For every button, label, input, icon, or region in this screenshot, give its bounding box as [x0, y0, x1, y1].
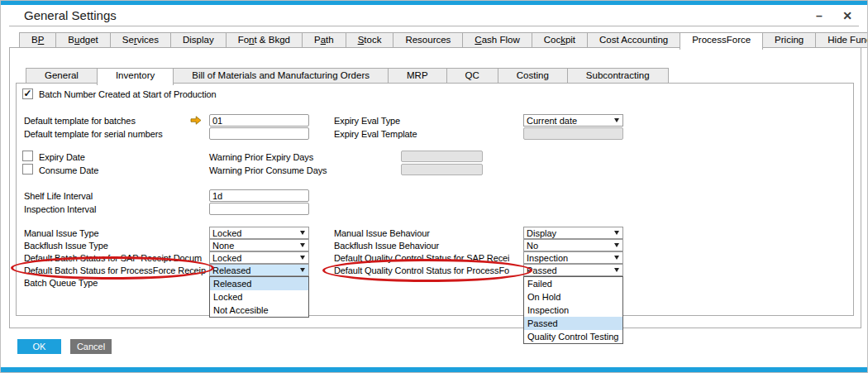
backflush-issue-behaviour-value: No [524, 241, 538, 251]
manual-issue-type-combo[interactable]: Locked [209, 227, 309, 239]
qc-status-option-inspection[interactable]: Inspection [524, 304, 622, 317]
backflush-issue-behaviour-combo[interactable]: No [523, 239, 623, 251]
chevron-down-icon [614, 256, 619, 260]
tab-bp[interactable]: BP [19, 32, 56, 48]
chevron-down-icon [300, 256, 305, 260]
backflush-issue-behaviour-label: Backflush Issue Behaviour [334, 241, 439, 251]
tab-display[interactable]: Display [170, 32, 227, 48]
bottom-accent-bar [1, 367, 867, 372]
general-settings-window: General Settings – ✕ BPBudgetServicesDis… [0, 0, 868, 373]
backflush-issue-type-value: None [210, 241, 234, 251]
default-qc-status-processforce-combo[interactable]: Passed [523, 264, 623, 276]
link-arrow-icon[interactable] [190, 116, 202, 125]
chevron-down-icon [614, 268, 619, 272]
backflush-issue-type-label: Backflush Issue Type [24, 241, 108, 251]
tab-budget[interactable]: Budget [55, 32, 110, 48]
tab-qc[interactable]: QC [446, 68, 498, 84]
inspection-interval-input[interactable] [209, 203, 309, 215]
tab-bill-of-materials-and-manufacturing-orders[interactable]: Bill of Materials and Manufacturing Orde… [173, 68, 389, 84]
warning-prior-consume-label: Warning Prior Consume Days [209, 165, 327, 175]
default-template-batches-label: Default template for batches [24, 116, 136, 126]
default-qc-status-sap-label: Default Quality Control Status for SAP R… [334, 253, 509, 263]
close-button[interactable]: ✕ [839, 7, 856, 24]
chevron-down-icon [614, 118, 619, 122]
minimize-button[interactable]: – [811, 7, 827, 24]
cancel-button[interactable]: Cancel [70, 339, 112, 354]
default-qc-status-sap-value: Inspection [524, 253, 568, 263]
tab-resources[interactable]: Resources [393, 32, 463, 48]
consume-date-label: Consume Date [39, 165, 98, 175]
batch-queue-type-label: Batch Queue Type [24, 278, 98, 288]
batch-number-created-label: Batch Number Created at Start of Product… [39, 89, 217, 99]
chevron-down-icon [300, 268, 305, 272]
default-template-serial-label: Default template for serial numbers [24, 129, 163, 139]
qc-status-option-quality-control-testing[interactable]: Quality Control Testing [524, 330, 622, 343]
expiry-eval-template-label: Expiry Eval Template [334, 129, 417, 139]
tab-pricing[interactable]: Pricing [762, 32, 816, 48]
default-template-batches-input[interactable] [209, 114, 309, 127]
expiry-eval-type-combo[interactable]: Current date [523, 114, 623, 127]
qc-status-dropdown-list: FailedOn HoldInspectionPassedQuality Con… [523, 276, 623, 344]
expiry-date-label: Expiry Date [39, 152, 85, 162]
tab-cash-flow[interactable]: Cash Flow [462, 32, 532, 48]
manual-issue-behaviour-combo[interactable]: Display [523, 227, 623, 239]
expiry-eval-type-value: Current date [524, 116, 577, 126]
inspection-interval-label: Inspection Interval [24, 204, 96, 214]
default-batch-status-processforce-label: Default Batch Status for ProcessForce Re… [24, 265, 206, 275]
expiry-date-checkbox[interactable] [22, 151, 33, 161]
chevron-down-icon [300, 243, 305, 247]
inner-tab-panel [16, 83, 854, 316]
chevron-down-icon [300, 231, 305, 235]
chevron-down-icon [614, 231, 619, 235]
tab-subcontracting[interactable]: Subcontracting [567, 68, 669, 84]
default-batch-status-processforce-value: Released [210, 265, 250, 275]
default-batch-status-sap-combo[interactable]: Locked [209, 251, 309, 264]
default-qc-status-sap-combo[interactable]: Inspection [523, 251, 623, 264]
default-qc-status-processforce-label: Default Quality Control Status for Proce… [334, 265, 509, 275]
qc-status-option-passed[interactable]: Passed [524, 317, 622, 330]
tab-hide-functions[interactable]: Hide Functions [815, 32, 868, 48]
default-template-serial-input[interactable] [209, 127, 309, 140]
checkmark-icon: ✓ [23, 89, 32, 98]
outer-tab-strip: BPBudgetServicesDisplayFont & BkgdPathSt… [19, 32, 868, 50]
manual-issue-type-label: Manual Issue Type [24, 228, 98, 238]
shelf-life-interval-input[interactable] [209, 189, 309, 202]
expiry-eval-template-input [523, 127, 623, 140]
batch-status-dropdown-list: ReleasedLockedNot Accesible [209, 276, 309, 318]
tab-services[interactable]: Services [110, 32, 171, 48]
warning-prior-expiry-label: Warning Prior Expiry Days [209, 152, 313, 162]
batch-status-option-locked[interactable]: Locked [210, 290, 308, 304]
consume-date-checkbox[interactable] [22, 164, 33, 175]
chevron-down-icon [614, 243, 619, 247]
qc-status-option-failed[interactable]: Failed [524, 277, 622, 290]
qc-status-option-on-hold[interactable]: On Hold [524, 290, 622, 304]
batch-status-option-not-accesible[interactable]: Not Accesible [210, 304, 308, 317]
default-batch-status-sap-label: Default Batch Status for SAP Receipt Doc… [24, 253, 202, 263]
tab-cost-accounting[interactable]: Cost Accounting [587, 32, 680, 48]
expiry-eval-type-label: Expiry Eval Type [334, 116, 400, 126]
shelf-life-interval-label: Shelf Life Interval [24, 191, 93, 201]
top-accent-bar [1, 1, 867, 5]
inner-tab-strip: GeneralInventoryBill of Materials and Ma… [26, 68, 669, 85]
batch-status-option-released[interactable]: Released [210, 277, 308, 290]
tab-costing[interactable]: Costing [498, 68, 568, 84]
window-title: General Settings [24, 8, 117, 22]
warning-prior-expiry-input [401, 151, 483, 162]
tab-stock[interactable]: Stock [346, 32, 394, 48]
tab-processforce[interactable]: ProcessForce [680, 32, 763, 50]
tab-general[interactable]: General [26, 68, 98, 84]
ok-button[interactable]: OK [17, 339, 61, 354]
tab-font-bkgd[interactable]: Font & Bkgd [226, 32, 303, 48]
default-batch-status-processforce-combo[interactable]: Released [209, 264, 309, 276]
manual-issue-behaviour-label: Manual Issue Behaviour [334, 228, 430, 238]
default-batch-status-sap-value: Locked [210, 253, 241, 263]
tab-inventory[interactable]: Inventory [97, 68, 174, 85]
manual-issue-behaviour-value: Display [524, 228, 556, 238]
backflush-issue-type-combo[interactable]: None [209, 239, 309, 251]
batch-number-created-checkbox[interactable]: ✓ [22, 88, 33, 99]
tab-cockpit[interactable]: Cockpit [532, 32, 588, 48]
tab-mrp[interactable]: MRP [388, 68, 447, 84]
manual-issue-type-value: Locked [210, 228, 241, 238]
tab-path[interactable]: Path [302, 32, 346, 48]
warning-prior-consume-input [401, 164, 483, 175]
